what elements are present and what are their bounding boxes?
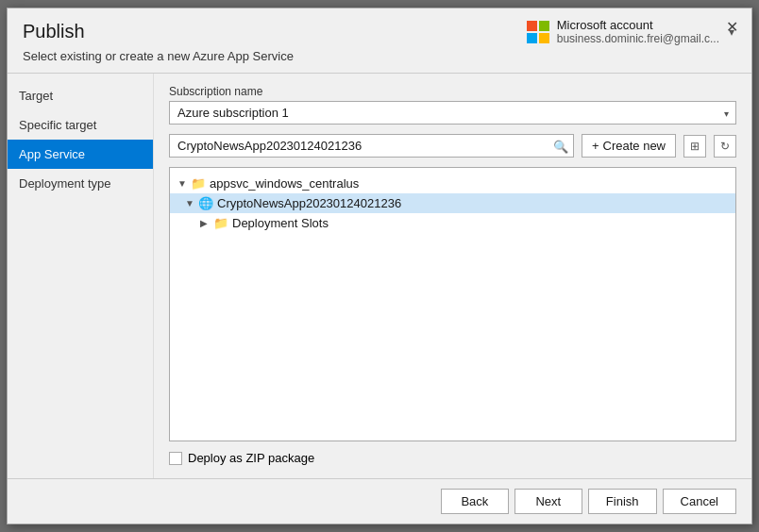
account-info: Microsoft account business.dominic.frei@… xyxy=(557,18,719,45)
refresh-icon: ↻ xyxy=(720,140,730,153)
columns-icon: ⊞ xyxy=(690,140,700,153)
ms-logo-blue xyxy=(527,33,537,43)
search-icon[interactable]: 🔍 xyxy=(553,139,568,153)
microsoft-logo xyxy=(527,21,549,43)
folder-icon-2: 📁 xyxy=(213,216,228,230)
account-name: Microsoft account xyxy=(557,18,719,32)
content-area: Target Specific target App Service Deplo… xyxy=(8,74,751,478)
tree-label-appsvc: appsvc_windows_centralus xyxy=(210,176,359,191)
app-service-icon: 🌐 xyxy=(198,196,213,210)
ms-logo-green xyxy=(539,21,549,31)
tree-label-deployment-slots: Deployment Slots xyxy=(232,216,329,230)
tree-item-cryptonews[interactable]: ▼ 🌐 CryptoNewsApp20230124021236 xyxy=(170,193,735,213)
sidebar: Target Specific target App Service Deplo… xyxy=(8,74,154,478)
publish-dialog: ✕ Publish Microsoft account business.dom… xyxy=(7,8,752,524)
chevron-down-icon-2: ▼ xyxy=(185,198,198,208)
create-new-button[interactable]: + Create new xyxy=(582,134,676,158)
subscription-select-wrapper: Azure subscription 1 ▾ xyxy=(169,101,736,125)
sidebar-item-app-service[interactable]: App Service xyxy=(8,140,153,169)
cancel-button[interactable]: Cancel xyxy=(663,489,736,514)
create-new-label: Create new xyxy=(603,139,666,153)
finish-button[interactable]: Finish xyxy=(588,489,657,514)
back-button[interactable]: Back xyxy=(441,489,509,514)
columns-button[interactable]: ⊞ xyxy=(683,135,706,158)
chevron-right-icon: ▶ xyxy=(200,218,213,228)
zip-row: Deploy as ZIP package xyxy=(169,451,736,467)
sidebar-item-target[interactable]: Target xyxy=(8,81,153,110)
zip-checkbox[interactable] xyxy=(169,452,182,465)
ms-logo-red xyxy=(527,21,537,31)
sidebar-item-deployment-type[interactable]: Deployment type xyxy=(8,169,153,198)
tree-item-deployment-slots[interactable]: ▶ 📁 Deployment Slots xyxy=(170,213,735,233)
close-button[interactable]: ✕ xyxy=(720,16,744,38)
tree-label-cryptonews: CryptoNewsApp20230124021236 xyxy=(217,196,401,210)
next-button[interactable]: Next xyxy=(514,489,582,514)
title-bar: Publish Microsoft account business.domin… xyxy=(8,8,751,49)
sidebar-item-specific-target[interactable]: Specific target xyxy=(8,110,153,140)
zip-label: Deploy as ZIP package xyxy=(188,451,314,465)
subscription-select[interactable]: Azure subscription 1 xyxy=(169,101,736,125)
folder-icon: 📁 xyxy=(191,176,206,191)
main-panel: Subscription name Azure subscription 1 ▾… xyxy=(154,74,751,478)
subscription-label: Subscription name xyxy=(169,85,736,98)
subscription-section: Subscription name Azure subscription 1 ▾ xyxy=(169,85,736,125)
search-wrapper: 🔍 xyxy=(169,134,574,158)
dialog-title: Publish xyxy=(23,21,85,42)
tree-panel: ▼ 📁 appsvc_windows_centralus ▼ 🌐 CryptoN… xyxy=(169,167,736,441)
search-row: 🔍 + Create new ⊞ ↻ xyxy=(169,134,736,158)
ms-logo-yellow xyxy=(539,33,549,43)
search-input[interactable] xyxy=(169,134,574,158)
refresh-button[interactable]: ↻ xyxy=(714,135,736,158)
account-section: Microsoft account business.dominic.frei@… xyxy=(527,18,736,45)
account-email: business.dominic.frei@gmail.c... xyxy=(557,32,719,45)
create-plus-icon: + xyxy=(592,139,599,153)
tree-item-appsvc[interactable]: ▼ 📁 appsvc_windows_centralus xyxy=(170,174,735,193)
chevron-down-icon: ▼ xyxy=(177,178,191,189)
footer: Back Next Finish Cancel xyxy=(8,478,751,524)
dialog-subtitle: Select existing or create a new Azure Ap… xyxy=(8,49,751,73)
